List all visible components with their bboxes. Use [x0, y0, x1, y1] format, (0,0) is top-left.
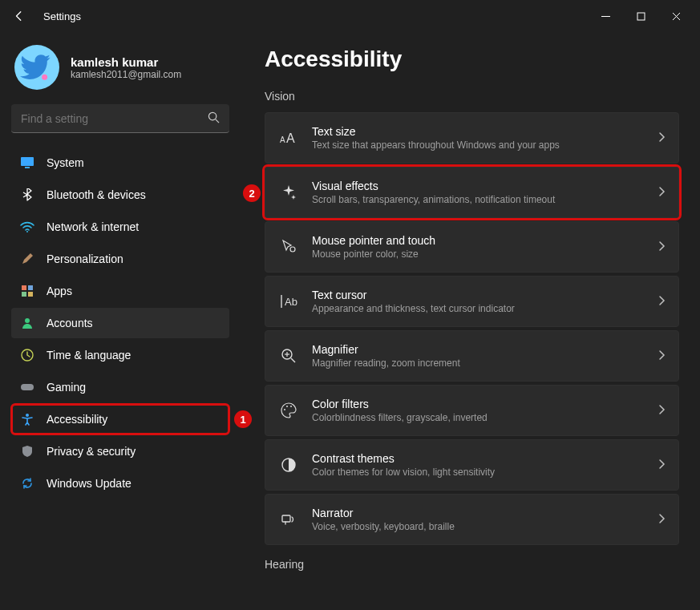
sidebar-item-label: Time & language — [47, 349, 131, 362]
card-title: Magnifier — [312, 343, 460, 356]
sidebar-item-label: Accessibility — [47, 413, 107, 426]
svg-rect-1 — [637, 13, 645, 20]
svg-point-25 — [284, 409, 285, 410]
section-header-hearing: Hearing — [265, 558, 679, 571]
svg-line-4 — [216, 119, 219, 123]
svg-rect-29 — [282, 515, 290, 522]
svg-point-7 — [26, 231, 28, 232]
vision-cards: AA Text size Text size that appears thro… — [265, 112, 679, 545]
sidebar-item-bluetooth[interactable]: Bluetooth & devices — [11, 180, 229, 210]
sidebar-item-privacy[interactable]: Privacy & security — [11, 436, 229, 467]
card-narrator[interactable]: Narrator Voice, verbosity, keyboard, bra… — [265, 494, 679, 545]
sidebar-item-personalization[interactable]: Personalization — [11, 244, 229, 274]
window-title: Settings — [43, 10, 81, 22]
card-subtitle: Text size that appears throughout Window… — [312, 139, 560, 151]
chevron-right-icon — [658, 459, 666, 472]
sidebar-item-label: Personalization — [47, 252, 123, 265]
palette-icon — [278, 400, 299, 421]
cursor-icon — [278, 236, 299, 257]
sidebar-item-label: Network & internet — [47, 220, 139, 233]
bluetooth-icon — [19, 187, 35, 203]
svg-text:Ab: Ab — [285, 296, 297, 308]
accessibility-icon — [19, 411, 35, 427]
card-mouse-pointer[interactable]: Mouse pointer and touch Mouse pointer co… — [265, 221, 679, 273]
annotation-badge-1: 1 — [234, 410, 252, 428]
card-title: Color filters — [312, 398, 488, 410]
sidebar-item-network[interactable]: Network & internet — [11, 212, 229, 242]
chevron-right-icon — [658, 349, 666, 363]
card-subtitle: Appearance and thickness, text cursor in… — [312, 303, 515, 314]
close-button[interactable] — [658, 3, 694, 29]
card-subtitle: Voice, verbosity, keyboard, braille — [312, 521, 455, 532]
chevron-right-icon — [658, 404, 666, 418]
svg-point-3 — [208, 112, 216, 119]
svg-point-15 — [26, 414, 29, 417]
sidebar-item-apps[interactable]: Apps — [11, 276, 229, 306]
svg-rect-8 — [22, 285, 26, 290]
profile-email: kamlesh2011@gmail.com — [71, 69, 181, 80]
card-text-size[interactable]: AA Text size Text size that appears thro… — [265, 112, 679, 164]
card-text-cursor[interactable]: Ab Text cursor Appearance and thickness,… — [265, 276, 679, 327]
card-contrast-themes[interactable]: Contrast themes Color themes for low vis… — [265, 439, 679, 491]
chevron-right-icon — [658, 131, 666, 145]
svg-rect-9 — [28, 285, 33, 290]
svg-rect-14 — [21, 384, 34, 390]
sidebar-item-accounts[interactable]: Accounts — [11, 308, 229, 338]
back-button[interactable] — [6, 3, 32, 29]
gamepad-icon — [19, 379, 35, 395]
chevron-right-icon — [658, 513, 666, 527]
avatar — [14, 45, 59, 90]
monitor-icon — [19, 155, 35, 171]
svg-text:A: A — [286, 131, 295, 145]
svg-point-27 — [290, 406, 292, 407]
sidebar: kamlesh kumar kamlesh2011@gmail.com Syst… — [0, 32, 241, 610]
card-subtitle: Magnifier reading, zoom increment — [312, 358, 460, 369]
search-box — [11, 104, 229, 133]
search-input[interactable] — [11, 104, 229, 133]
card-color-filters[interactable]: Color filters Colorblindness filters, gr… — [265, 385, 679, 436]
sidebar-item-accessibility[interactable]: Accessibility 1 — [11, 404, 229, 434]
sidebar-item-label: Privacy & security — [47, 445, 136, 458]
card-subtitle: Color themes for low vision, light sensi… — [312, 467, 495, 478]
svg-point-12 — [25, 318, 30, 323]
card-title: Narrator — [312, 507, 455, 519]
sidebar-item-label: Accounts — [47, 317, 93, 329]
wifi-icon — [19, 219, 35, 235]
svg-rect-11 — [28, 292, 33, 297]
svg-point-18 — [290, 247, 295, 252]
apps-icon — [19, 283, 35, 299]
search-icon — [208, 111, 220, 126]
card-title: Contrast themes — [312, 452, 495, 465]
sidebar-item-time[interactable]: Time & language — [11, 340, 229, 370]
clock-icon — [19, 347, 35, 363]
card-magnifier[interactable]: Magnifier Magnifier reading, zoom increm… — [265, 330, 679, 382]
minimize-button[interactable] — [588, 3, 623, 29]
person-icon — [19, 315, 35, 331]
svg-text:A: A — [280, 135, 285, 144]
sidebar-item-system[interactable]: System — [11, 147, 229, 178]
text-size-icon: AA — [278, 127, 299, 148]
main-panel: Accessibility Vision AA Text size Text s… — [241, 32, 700, 610]
shield-icon — [19, 443, 35, 459]
sidebar-item-label: Gaming — [47, 381, 86, 394]
sidebar-item-update[interactable]: Windows Update — [11, 468, 229, 499]
card-title: Mouse pointer and touch — [312, 234, 435, 247]
svg-point-2 — [42, 75, 47, 80]
svg-line-22 — [291, 358, 295, 362]
magnifier-icon — [278, 345, 299, 366]
card-title: Text size — [312, 125, 560, 138]
sparkle-icon — [278, 182, 299, 203]
profile-block[interactable]: kamlesh kumar kamlesh2011@gmail.com — [11, 40, 229, 104]
card-subtitle: Scroll bars, transparency, animations, n… — [312, 194, 555, 205]
paintbrush-icon — [19, 251, 35, 267]
sidebar-item-label: System — [47, 156, 84, 169]
card-visual-effects[interactable]: 2 Visual effects Scroll bars, transparen… — [265, 167, 679, 218]
narrator-icon — [278, 509, 299, 530]
sidebar-item-label: Windows Update — [47, 477, 132, 490]
sidebar-item-label: Bluetooth & devices — [47, 188, 146, 201]
sidebar-item-gaming[interactable]: Gaming — [11, 372, 229, 402]
maximize-button[interactable] — [623, 3, 658, 29]
chevron-right-icon — [658, 186, 666, 200]
sidebar-item-label: Apps — [47, 285, 72, 297]
card-title: Visual effects — [312, 180, 555, 192]
